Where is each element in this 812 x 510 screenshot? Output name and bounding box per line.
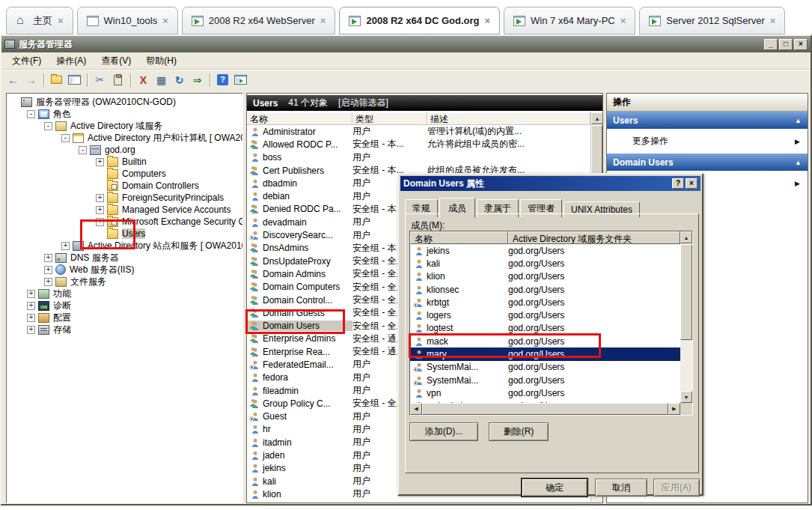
column-header[interactable]: Active Directory 域服务文件夹 <box>508 231 680 244</box>
tab-close-icon[interactable]: × <box>58 15 64 26</box>
toolbar-separator[interactable] <box>210 73 210 87</box>
tree-item-server-manager[interactable]: 服务器管理器 (OWA2010CN-GOD) <box>7 96 242 108</box>
menu-item[interactable]: 文件(F) <box>4 52 49 70</box>
member-row[interactable]: logers god.org/Users <box>410 309 680 321</box>
minimize-button[interactable]: _ <box>764 39 778 50</box>
tree-item-configuration[interactable]: + 配置 <box>7 312 242 324</box>
scroll-left-icon[interactable]: ◀ <box>410 403 422 415</box>
member-row[interactable]: vpn god.org/Users <box>410 386 680 399</box>
tree-expander[interactable]: + <box>96 158 104 166</box>
refresh-icon[interactable]: ↻ <box>171 72 188 88</box>
scroll-down-icon[interactable]: ▼ <box>680 391 692 403</box>
scroll-right-icon[interactable]: ▶ <box>668 403 680 415</box>
tree-item-computers[interactable]: Computers <box>7 168 242 180</box>
properties-icon[interactable]: ▦ <box>153 72 170 88</box>
cut-icon[interactable]: ✂ <box>91 72 109 88</box>
member-row[interactable]: klionsec god.org/Users <box>410 283 680 296</box>
tree-item-web-server[interactable]: + Web 服务器(IIS) <box>7 264 242 276</box>
menu-item[interactable]: 操作(A) <box>49 52 94 70</box>
member-row[interactable]: SystemMai... god.org/Users <box>410 361 680 374</box>
collapse-icon[interactable]: ▲ <box>795 159 802 166</box>
list-row[interactable]: Administrator 用户 管理计算机(域)的内置... <box>247 125 590 138</box>
tree-expander[interactable]: - <box>44 122 52 130</box>
toolbar-separator[interactable] <box>130 73 131 87</box>
tree-expander[interactable]: + <box>61 242 70 250</box>
parent-folder-icon[interactable] <box>48 72 65 88</box>
tree-item-file-services[interactable]: + 文件服务 <box>7 276 242 288</box>
scroll-up-icon[interactable]: ▲ <box>591 112 603 124</box>
delete-icon[interactable]: X <box>135 72 152 88</box>
tree-item-god-org[interactable]: - god.org <box>7 144 242 156</box>
tab-win7-mary-pc[interactable]: Win 7 x64 Mary-PC × <box>504 7 635 34</box>
column-header[interactable]: 类型 <box>352 112 427 124</box>
scroll-thumb[interactable] <box>422 403 668 415</box>
member-row[interactable]: jekins god.org/Users <box>410 244 680 257</box>
tree-item-dns-server[interactable]: + DNS 服务器 <box>7 252 242 264</box>
menu-item[interactable]: 查看(V) <box>94 52 138 70</box>
tree-expander[interactable]: + <box>44 266 52 274</box>
tree-expander[interactable]: + <box>27 290 35 298</box>
tree-expander[interactable]: + <box>96 194 104 202</box>
column-header[interactable]: 名称 <box>247 112 352 124</box>
tab-home[interactable]: 主页 × <box>6 7 73 34</box>
tree-expander[interactable]: + <box>44 254 52 262</box>
back-icon[interactable]: ← <box>4 72 22 88</box>
ok-button[interactable]: 确定 <box>522 479 587 497</box>
actions-section-users[interactable]: Users ▲ <box>607 112 808 129</box>
toolbar-separator[interactable] <box>87 73 88 87</box>
tab-2008-dc-god[interactable]: 2008 R2 x64 DC God.org × <box>339 7 500 34</box>
tree-expander[interactable]: + <box>27 302 35 310</box>
column-header[interactable]: 名称 <box>410 231 508 244</box>
help-icon[interactable]: ? <box>214 72 231 88</box>
add-button[interactable]: 添加(D)... <box>409 422 478 441</box>
maximize-button[interactable]: □ <box>779 39 793 50</box>
tab-close-icon[interactable]: × <box>770 15 776 26</box>
tree-item-storage[interactable]: + 存储 <box>7 324 242 336</box>
list-row[interactable]: klionsec 用户 <box>247 501 590 503</box>
tree-expander[interactable]: - <box>61 134 70 142</box>
remove-button[interactable]: 删除(R) <box>489 422 549 441</box>
tree-expander[interactable]: - <box>79 146 87 154</box>
more-actions-users[interactable]: 更多操作 ▶ <box>607 129 808 154</box>
filter-link[interactable]: [启动筛选器] <box>338 97 388 109</box>
tree-expander[interactable]: + <box>27 326 35 334</box>
cancel-button[interactable]: 取消 <box>595 479 647 497</box>
tree-item-managed-service[interactable]: + Managed Service Accounts <box>7 204 242 216</box>
actions-section-domain-users[interactable]: Domain Users ▲ <box>607 154 808 171</box>
dialog-tab[interactable]: 成员 <box>439 198 475 218</box>
list-row[interactable]: Allowed RODC P... 安全组 - 本... 允许将此组中成员的密.… <box>247 138 590 151</box>
help-icon[interactable]: ? <box>672 178 684 189</box>
tab-2008-webserver[interactable]: 2008 R2 x64 WebServer × <box>182 7 336 34</box>
members-vertical-scrollbar[interactable]: ▲ ▼ <box>680 231 692 403</box>
tree-item-diagnostics[interactable]: + 诊断 <box>7 300 242 312</box>
export-list-icon[interactable]: ⇒ <box>189 72 206 88</box>
tab-win10-tools[interactable]: Win10_tools × <box>77 7 178 34</box>
tree-expander[interactable]: + <box>96 206 104 214</box>
paste-icon[interactable] <box>109 72 126 88</box>
tree-item-domain-controllers[interactable]: Domain Controllers <box>7 180 242 192</box>
tree-item-builtin[interactable]: + Builtin <box>7 156 242 168</box>
forward-icon[interactable]: → <box>22 72 40 88</box>
tab-close-icon[interactable]: × <box>320 15 326 26</box>
column-header[interactable]: 描述 <box>427 112 590 124</box>
tab-close-icon[interactable]: × <box>620 15 626 26</box>
tree-expander[interactable]: - <box>27 110 35 118</box>
close-button[interactable]: × <box>794 39 808 50</box>
tree-item-aduc[interactable]: - Active Directory 用户和计算机 [ OWA2010C <box>7 132 242 144</box>
tree-expander[interactable]: + <box>27 314 35 322</box>
tree-item-foreign-security[interactable]: + ForeignSecurityPrincipals <box>7 192 242 204</box>
tree-item-roles[interactable]: - 角色 <box>7 108 242 120</box>
tab-close-icon[interactable]: × <box>162 15 168 26</box>
scroll-up-icon[interactable]: ▲ <box>680 231 692 243</box>
member-row[interactable]: kali god.org/Users <box>410 257 680 270</box>
member-row[interactable]: klion god.org/Users <box>410 270 680 283</box>
list-row[interactable]: boss 用户 <box>247 151 590 164</box>
members-horizontal-scrollbar[interactable]: ◀ ▶ <box>410 403 680 415</box>
scroll-thumb[interactable] <box>680 244 692 340</box>
tree-item-adds[interactable]: - Active Directory 域服务 <box>7 120 242 132</box>
toolbar-separator[interactable] <box>43 73 44 87</box>
member-row[interactable]: SystemMai... god.org/Users <box>410 374 680 386</box>
menu-item[interactable]: 帮助(H) <box>138 52 184 70</box>
show-window-icon[interactable] <box>232 72 249 88</box>
tree-expander[interactable]: + <box>44 278 52 286</box>
